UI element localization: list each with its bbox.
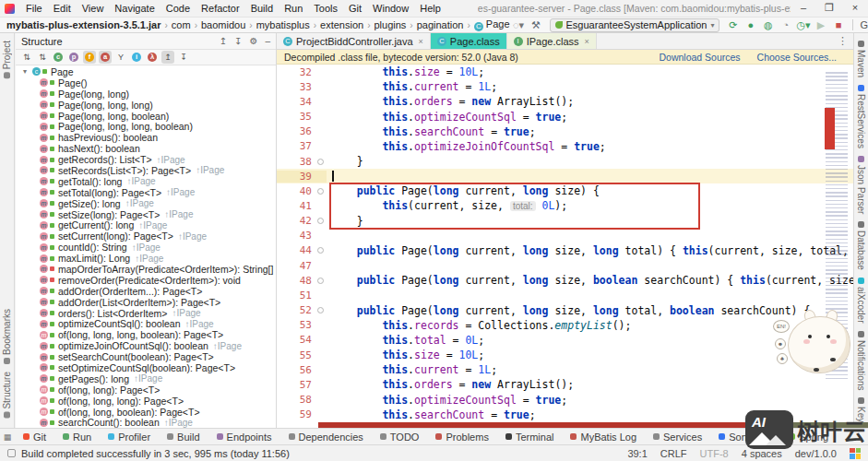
tree-node-method[interactable]: msetOptimizeCountSql(boolean): Page<T>	[16, 362, 276, 373]
code-line[interactable]: 51	[277, 288, 853, 302]
tree-node-method[interactable]: maddOrder(OrderItem...): Page<T>	[16, 286, 276, 297]
toolwindow-mybatis-log[interactable]: MyBatis Log	[562, 429, 645, 444]
tree-node-method[interactable]: mgetTotal(): long↑IPage	[16, 176, 276, 187]
code-line[interactable]: 58 this.optimizeCountSql = true;	[277, 392, 853, 407]
toolwindow-run[interactable]: Run	[54, 429, 100, 444]
toolwindow-button-database[interactable]: Database	[856, 221, 866, 270]
profiler-icon[interactable]: ◔	[778, 18, 793, 32]
breadcrumb-item[interactable]: com	[171, 19, 192, 30]
hide-panel-icon[interactable]: –	[265, 36, 270, 46]
tree-node-method[interactable]: mPage()	[16, 77, 276, 89]
tab-options-icon[interactable]: ⋮	[832, 33, 853, 49]
code-line[interactable]: 34 this.orders = new ArrayList();	[277, 94, 853, 109]
toolwindow-build[interactable]: Build	[159, 429, 208, 444]
menu-run[interactable]: Run	[279, 3, 308, 14]
menu-code[interactable]: Code	[161, 3, 196, 14]
sort-alpha-icon[interactable]: ⇅	[36, 51, 49, 64]
show-lambdas-toggle[interactable]: λ	[146, 51, 159, 64]
breadcrumb-item[interactable]: extension	[319, 19, 364, 30]
code-line[interactable]: 40 public Page(long current, long size) …	[277, 183, 853, 198]
code-line[interactable]: 36 this.searchCount = true;	[277, 124, 853, 139]
toolwindow-terminal[interactable]: Terminal	[497, 429, 563, 444]
toolwindow-git[interactable]: Git	[15, 429, 54, 444]
collaborate-icon[interactable]: ◌▾	[511, 18, 527, 32]
run-with-profiler-icon[interactable]: ◷▾	[795, 18, 811, 32]
tree-node-method[interactable]: msetSize(long): Page<T>↑IPage	[16, 209, 276, 220]
toolwindow-button-restservices[interactable]: RestServices	[856, 85, 866, 148]
code-line[interactable]: 32 this.size = 10L;	[277, 65, 853, 79]
code-line[interactable]: 53 this.records = Collections.emptyList(…	[277, 318, 853, 333]
breadcrumb-item[interactable]: baomidou	[200, 19, 246, 30]
tree-node-method[interactable]: mcountId(): String↑IPage	[16, 242, 276, 253]
tree-node-method[interactable]: mgetRecords(): List<T>↑IPage	[16, 154, 276, 165]
show-properties-toggle[interactable]: p	[67, 51, 80, 64]
code-editor[interactable]: 32 this.size = 10L;33 this.current = 1L;…	[277, 65, 853, 422]
code-line[interactable]: 56 this.current = 1L;	[277, 362, 853, 377]
code-line[interactable]: 57 this.orders = new ArrayList();	[277, 377, 853, 392]
fold-marker-icon[interactable]	[317, 307, 324, 313]
toolwindow-button-project[interactable]: Project	[2, 41, 12, 78]
show-fields-toggle[interactable]: f	[83, 51, 96, 64]
code-line[interactable]: 44 public Page(long current, long size, …	[277, 243, 853, 258]
run-icon[interactable]: ▶	[814, 18, 829, 32]
tree-node-method[interactable]: maddOrder(List<OrderItem>): Page<T>	[16, 297, 276, 308]
menu-build[interactable]: Build	[245, 3, 279, 14]
toolwindow-switcher-icon[interactable]: ▦	[0, 432, 15, 442]
tree-node-method[interactable]: mgetCurrent(): long↑IPage	[16, 219, 276, 230]
tab-ipage-class[interactable]: IIPage.class×	[507, 33, 597, 49]
close-button[interactable]: ×	[842, 0, 868, 17]
tree-node-method[interactable]: mof(long, long, long): Page<T>	[16, 396, 276, 407]
menu-help[interactable]: Help	[414, 3, 446, 14]
code-line[interactable]: 55 this.size = 10L;	[277, 348, 853, 362]
code-line[interactable]: 37 this.optimizeJoinOfCountSql = true;	[277, 139, 853, 154]
fold-marker-icon[interactable]	[317, 218, 324, 224]
tree-node-method[interactable]: moptimizeCountSql(): boolean↑IPage	[16, 318, 276, 329]
tree-node-method[interactable]: mPage(long, long, boolean)	[16, 111, 276, 122]
toolwindow-button-json-parser[interactable]: Json Parser	[856, 156, 866, 214]
tree-node-method[interactable]: mgetPages(): long↑IPage	[16, 373, 276, 384]
run-configuration-select[interactable]: EsguaranteeSystemApplication▾	[550, 18, 720, 32]
toolwindow-button-maven[interactable]: Maven	[856, 41, 866, 77]
tree-node-method[interactable]: mhasNext(): boolean	[16, 143, 276, 154]
stop-icon[interactable]: ■	[831, 18, 847, 32]
coverage-icon[interactable]: ◍	[760, 18, 776, 32]
toolwindow-button-structure[interactable]: Structure	[2, 372, 12, 419]
build-hammer-icon[interactable]: ⚒	[529, 18, 544, 32]
fold-marker-icon[interactable]	[317, 159, 324, 165]
tree-node-method[interactable]: moptimizeJoinOfCountSql(): boolean↑IPage	[16, 340, 276, 351]
breadcrumb-item[interactable]: plugins	[374, 19, 408, 30]
tab-page-class[interactable]: CPage.class	[431, 33, 507, 49]
toolwindow-button-bookmarks[interactable]: Bookmarks	[2, 309, 12, 364]
maximize-button[interactable]: ❐	[816, 0, 842, 17]
close-icon[interactable]: ×	[419, 37, 423, 46]
chevron-expanded-icon[interactable]: ▾	[23, 67, 32, 76]
tree-node-method[interactable]: mgetSize(): long↑IPage	[16, 198, 276, 209]
collapse-all-icon[interactable]: ↧	[234, 36, 242, 46]
tab-projectbiddcontroller-java[interactable]: CProjectBiddController.java×	[277, 33, 431, 49]
fold-marker-icon[interactable]	[317, 278, 324, 284]
close-icon[interactable]: ×	[585, 37, 589, 46]
minimize-button[interactable]: –	[791, 0, 816, 17]
menu-navigate[interactable]: Navigate	[109, 3, 160, 14]
tree-node-method[interactable]: mPage(long, long, long)	[16, 100, 276, 111]
code-line[interactable]: 35 this.optimizeCountSql = true;	[277, 109, 853, 124]
menu-window[interactable]: Window	[367, 3, 414, 14]
toolwindow-problems[interactable]: Problems	[427, 429, 496, 444]
autoscroll-from-source-icon[interactable]: ↧	[177, 51, 190, 64]
status-line-separator[interactable]: CRLF	[660, 448, 687, 459]
menu-file[interactable]: File	[20, 3, 48, 14]
tree-node-method[interactable]: mof(long, long, long, boolean): Page<T>	[16, 329, 276, 340]
tree-node-method[interactable]: mof(long, long): Page<T>	[16, 384, 276, 396]
code-line[interactable]: 43	[277, 229, 853, 243]
tree-node-method[interactable]: mmapOrderToArray(Predicate<OrderItem>): …	[16, 264, 276, 275]
breadcrumb-item[interactable]: mybatis-plus-extension-3.5.1.jar	[6, 19, 162, 30]
show-anonymous-toggle[interactable]: a	[99, 51, 112, 64]
toolwindow-endpoints[interactable]: Endpoints	[208, 429, 280, 444]
tree-node-method[interactable]: mPage(long, long)	[16, 89, 276, 100]
breadcrumb-item[interactable]: CPage	[473, 18, 511, 31]
toolwindow-services[interactable]: Services	[645, 429, 710, 444]
code-line[interactable]: 41 this(current, size, total: 0L);	[277, 198, 853, 213]
status-file-encoding[interactable]: UTF-8	[700, 448, 729, 459]
tree-node-method[interactable]: msetSearchCount(boolean): Page<T>	[16, 351, 276, 362]
tree-node-method[interactable]: mmaxLimit(): Long↑IPage	[16, 253, 276, 264]
